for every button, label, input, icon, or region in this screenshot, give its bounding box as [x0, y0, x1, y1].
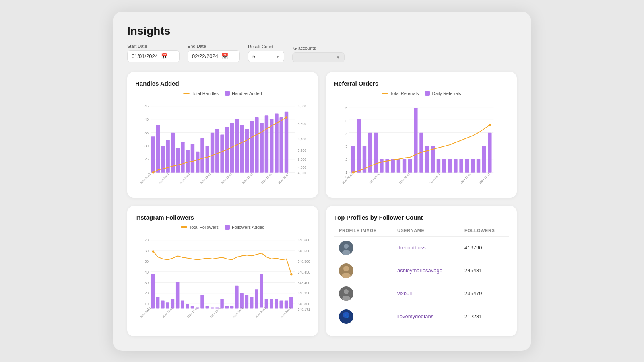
avatar-placeholder-4: 🐾 — [339, 309, 353, 324]
profile-image-cell: 🐾 — [334, 305, 392, 328]
table-row: 🐾 ilovemydogfans 212281 — [334, 305, 509, 328]
svg-rect-126 — [151, 274, 155, 308]
svg-rect-88 — [454, 159, 457, 172]
filters-row: Start Date 01/01/2024 📅 End Date 02/22/2… — [127, 44, 517, 62]
col-header-profile-image: PROFILE IMAGE — [334, 225, 392, 237]
end-date-value: 02/22/2024 — [192, 53, 218, 59]
svg-point-168 — [343, 266, 349, 272]
svg-rect-94 — [488, 132, 491, 172]
svg-rect-74 — [374, 132, 378, 172]
svg-text:4,600: 4,600 — [298, 171, 307, 175]
username-link[interactable]: ilovemydogfans — [397, 313, 433, 319]
svg-text:25: 25 — [145, 157, 149, 161]
handles-chart-legend: Total Handles Handles Added — [135, 91, 310, 96]
svg-text:548,450: 548,450 — [298, 270, 310, 274]
svg-text:2024-21-02: 2024-21-02 — [479, 173, 490, 184]
svg-text:70: 70 — [145, 238, 149, 242]
svg-rect-145 — [245, 295, 248, 308]
svg-rect-26 — [186, 150, 189, 173]
svg-rect-41 — [260, 123, 263, 173]
svg-point-171 — [344, 289, 349, 294]
username-link[interactable]: ashleymariesavage — [397, 267, 442, 274]
result-count-select[interactable]: 5 ▼ — [248, 51, 284, 62]
svg-rect-79 — [402, 159, 406, 172]
svg-text:2: 2 — [345, 158, 347, 162]
svg-point-155 — [152, 250, 155, 253]
table-row: ashleymariesavage 245481 — [334, 259, 509, 282]
ig-accounts-label: IG accounts — [292, 46, 345, 51]
username-link[interactable]: vixbull — [397, 290, 412, 296]
table-row: vixbull 235479 — [334, 282, 509, 305]
svg-rect-39 — [250, 121, 254, 172]
svg-text:2024-07-01: 2024-07-01 — [179, 173, 191, 184]
svg-rect-142 — [230, 306, 233, 308]
end-date-group: End Date 02/22/2024 📅 — [188, 44, 240, 62]
end-date-input[interactable]: 02/22/2024 📅 — [188, 50, 240, 62]
svg-text:2024-09-01: 2024-09-01 — [429, 173, 441, 184]
avatar-placeholder-1 — [339, 241, 353, 255]
svg-text:🐾: 🐾 — [344, 313, 349, 319]
handles-total-legend: Total Handles — [183, 91, 219, 96]
svg-text:6: 6 — [345, 106, 347, 110]
svg-rect-43 — [270, 119, 273, 172]
svg-text:5,600: 5,600 — [298, 121, 307, 125]
svg-rect-138 — [211, 307, 214, 308]
referral-chart-svg: 6 5 4 3 2 1 0 — [334, 100, 509, 188]
svg-rect-87 — [448, 159, 452, 172]
top-profiles-card: Top Profiles by Follower Count PROFILE I… — [326, 206, 517, 336]
svg-text:20: 20 — [145, 291, 149, 295]
avatar — [339, 263, 353, 278]
start-date-input[interactable]: 01/01/2024 📅 — [127, 50, 180, 62]
referral-chart-area: 6 5 4 3 2 1 0 — [334, 100, 509, 190]
svg-rect-129 — [166, 302, 169, 308]
handles-chart-area: 45 40 35 30 25 5 5,800 5,600 5,400 5,200… — [135, 100, 310, 190]
svg-point-165 — [344, 244, 349, 249]
svg-rect-70 — [351, 146, 355, 172]
svg-text:2024-12-01: 2024-12-01 — [460, 173, 471, 184]
svg-text:2024-10-01: 2024-10-01 — [200, 173, 212, 184]
follower-count: 212281 — [464, 313, 482, 319]
end-date-label: End Date — [188, 44, 240, 49]
followers-cell: 245481 — [460, 259, 509, 282]
svg-text:10: 10 — [145, 302, 149, 306]
start-date-group: Start Date 01/01/2024 📅 — [127, 44, 180, 62]
ig-accounts-select[interactable]: ▼ — [292, 52, 345, 62]
svg-rect-27 — [191, 144, 194, 173]
followers-total-legend: Total Followers — [181, 225, 219, 230]
profile-image-cell — [334, 259, 392, 282]
svg-text:548,400: 548,400 — [298, 281, 310, 285]
svg-rect-32 — [215, 129, 219, 173]
svg-rect-40 — [255, 117, 258, 172]
svg-rect-134 — [191, 306, 194, 308]
svg-text:548,550: 548,550 — [298, 249, 310, 253]
followers-chart-card: Instagram Followers Total Followers Foll… — [127, 206, 318, 336]
svg-text:3: 3 — [345, 144, 347, 148]
top-profiles-title: Top Profiles by Follower Count — [334, 214, 509, 221]
username-link[interactable]: theboatboss — [397, 245, 426, 251]
start-date-value: 01/01/2024 — [132, 53, 158, 59]
svg-text:2024-04-01: 2024-04-01 — [368, 173, 380, 184]
svg-text:4: 4 — [345, 132, 347, 136]
svg-point-47 — [152, 171, 155, 173]
profiles-table: PROFILE IMAGE USERNAME FOLLOWERS — [334, 225, 509, 328]
handles-chart-svg: 45 40 35 30 25 5 5,800 5,600 5,400 5,200… — [135, 100, 310, 188]
follower-count: 245481 — [464, 267, 482, 274]
svg-text:1: 1 — [345, 170, 347, 174]
svg-text:5,200: 5,200 — [298, 148, 307, 152]
referral-chart-card: Referral Orders Total Referrals Daily Re… — [326, 72, 517, 198]
referral-daily-legend: Daily Referrals — [425, 91, 461, 96]
followers-chart-title: Instagram Followers — [135, 214, 310, 221]
charts-grid: Handles Added Total Handles Handles Adde… — [127, 72, 517, 336]
svg-text:50: 50 — [145, 259, 149, 263]
end-date-calendar-icon: 📅 — [221, 53, 228, 60]
svg-rect-151 — [275, 298, 278, 308]
handles-chart-card: Handles Added Total Handles Handles Adde… — [127, 72, 318, 198]
referral-chart-title: Referral Orders — [334, 80, 509, 87]
svg-text:2024-08-01: 2024-08-01 — [140, 306, 152, 318]
follower-count: 235479 — [464, 290, 482, 296]
handles-total-legend-line — [183, 93, 190, 94]
svg-rect-136 — [200, 295, 204, 308]
svg-text:60: 60 — [145, 249, 149, 253]
svg-text:30: 30 — [145, 281, 149, 285]
result-count-label: Result Count — [248, 44, 284, 49]
